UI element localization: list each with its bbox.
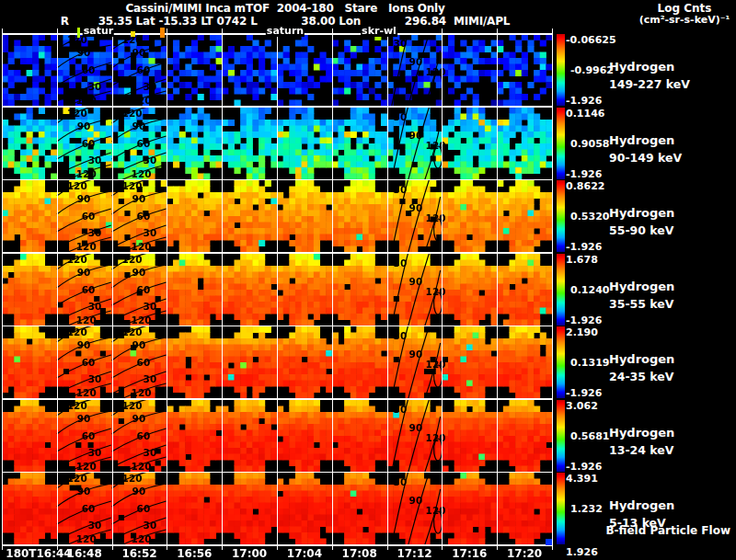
svg-text:60: 60 [137,357,151,368]
bottom-axis-tick [497,546,498,550]
colorbar-tick-bottom-4: -1.926 [566,315,602,326]
plot-column-line [167,33,167,546]
colorbar-tick-mid-6: 0.5681 [570,431,609,441]
x-axis-label-1652: 16:52 [121,547,156,560]
panel-separator-line [2,326,552,327]
svg-text:90: 90 [132,47,146,58]
colorbar-tick-mid-1: -0.9962 [570,65,614,75]
lime-event-tick [77,28,80,38]
svg-text:60: 60 [137,211,151,222]
svg-text:30: 30 [144,373,157,384]
svg-text:60: 60 [82,138,96,149]
event-label-saturn: saturn [266,26,305,37]
svg-text:60: 60 [137,503,151,514]
svg-text:60: 60 [82,211,96,222]
svg-text:30: 30 [394,184,408,195]
svg-text:120: 120 [76,168,97,179]
plot-column-line [2,33,3,546]
panel-energy-label-2: 90-149 keV [609,151,682,165]
colorbar-tick-top-1: -0.06625 [566,35,616,45]
panel-separator-line [2,179,552,181]
svg-text:120: 120 [67,108,87,119]
plot-column-line [277,33,278,546]
svg-text:120: 120 [132,241,152,252]
svg-text:90: 90 [132,339,146,350]
bottom-axis-tick [277,546,278,550]
svg-text:120: 120 [132,314,152,326]
svg-text:90: 90 [77,267,91,278]
svg-text:120: 120 [76,533,97,544]
plot-column-line [112,33,113,546]
panel-energy-label-6: 13-24 keV [609,443,673,457]
svg-text:30: 30 [88,301,102,312]
svg-text:90: 90 [77,47,91,58]
bottom-axis-tick [387,546,388,550]
svg-text:120: 120 [67,180,87,191]
colorbar-tick-bottom-7: 1.926 [566,547,598,557]
panel-energy-label-1: 149-227 keV [609,77,690,91]
svg-text:120: 120 [132,387,152,398]
svg-text:30: 30 [394,111,408,122]
plot-column-line [552,33,553,546]
svg-text:120: 120 [122,400,143,411]
svg-text:120: 120 [132,533,152,544]
svg-text:30: 30 [144,81,157,92]
colorbar-units-line1: Log Cnts [615,2,736,15]
x-axis-label-1716: 17:16 [452,547,487,560]
top-axis-tick [552,29,553,33]
bottom-axis-tick [332,546,333,550]
svg-text:90: 90 [77,339,91,350]
x-axis-label-180T1644: 180T16:44 [6,547,71,560]
svg-text:60: 60 [137,284,151,295]
colorbar-tick-mid-4: 0.1240 [570,285,609,295]
colorbar-segment-7 [557,473,565,544]
svg-text:60: 60 [137,64,151,75]
panel-separator-line [2,398,552,400]
x-axis-label-1708: 17:08 [342,547,377,560]
svg-text:120: 120 [76,461,97,472]
plot-column-line [497,33,498,546]
colorbar-tick-bottom-2: -1.926 [566,169,602,179]
panel-species-label-3: Hydrogen [609,206,674,220]
svg-text:30: 30 [88,154,102,166]
svg-text:120: 120 [76,314,97,326]
svg-text:30: 30 [144,520,157,531]
svg-text:90: 90 [132,120,146,131]
panel-separator-line [2,544,552,546]
colorbar-tick-bottom-1: -1.926 [566,96,602,106]
svg-text:120: 120 [132,95,152,106]
bottom-axis-tick [222,546,223,550]
colorbar-segment-3 [557,180,565,252]
svg-text:60: 60 [82,503,96,514]
colorbar-segment-6 [557,400,565,472]
svg-text:90: 90 [77,413,91,424]
colorbar-tick-top-3: 0.8622 [566,181,604,191]
panel-energy-label-3: 55-90 keV [609,223,673,237]
plot-column-line [222,33,223,546]
svg-text:60: 60 [82,64,96,75]
svg-text:30: 30 [144,301,157,312]
svg-text:60: 60 [82,284,96,295]
bottom-axis-tick [552,546,553,550]
x-axis-label-1704: 17:04 [287,547,322,560]
colorbar-segment-1 [557,34,565,106]
svg-text:60: 60 [137,138,151,149]
colorbar-segment-5 [557,326,565,398]
colorbar-tick-bottom-3: -1.926 [566,242,602,252]
plot-column-line [57,33,58,546]
panel-energy-label-4: 35-55 keV [609,297,673,311]
x-axis-label-1700: 17:00 [232,547,267,560]
panel-separator-line [2,106,552,108]
colorbar-tick-mid-3: 0.5320 [570,211,609,222]
panel-energy-label-7: 5-13 keV [609,516,666,530]
svg-text:90: 90 [409,276,423,287]
svg-text:90: 90 [132,413,146,424]
svg-text:30: 30 [394,257,408,269]
svg-text:30: 30 [394,404,408,415]
svg-text:90: 90 [77,486,91,497]
svg-text:120: 120 [122,326,143,337]
svg-text:30: 30 [144,154,157,166]
svg-text:30: 30 [88,520,102,531]
panel-separator-line [2,252,552,254]
svg-text:120: 120 [122,254,143,265]
